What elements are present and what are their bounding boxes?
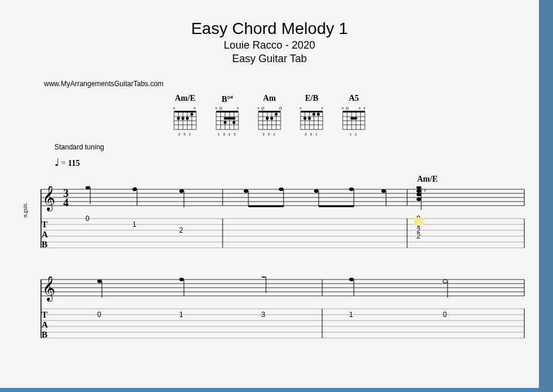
svg-text:×: ×	[237, 106, 239, 110]
svg-text:0: 0	[97, 311, 101, 319]
svg-point-115	[417, 189, 421, 193]
tuning-text: Standard tuning	[54, 143, 539, 151]
fretboard-icon: ××	[299, 106, 324, 132]
chord-name-label: E/B	[305, 94, 319, 104]
svg-point-16	[177, 117, 180, 120]
svg-text:×: ×	[173, 106, 175, 110]
source-url: www.MyArrangementsGuitarTabs.com	[44, 80, 539, 88]
svg-point-66	[308, 117, 311, 120]
fretboard-icon: ×	[257, 106, 282, 132]
svg-text:3: 3	[261, 311, 265, 319]
chord-name-label: Am	[263, 94, 276, 104]
svg-text:2: 2	[179, 226, 183, 234]
svg-point-14	[182, 117, 185, 120]
page-title: Easy Chord Melody 1	[0, 19, 539, 38]
svg-point-33	[233, 121, 235, 124]
chord-diagram: E/B ×× 2 3 1	[299, 94, 324, 136]
score-system: n.guit. Am/E 𝄞 3 4 1 2 3	[35, 186, 539, 259]
svg-text:B: B	[42, 330, 47, 339]
chord-label-am-e: Am/E	[417, 175, 438, 184]
svg-text:B: B	[42, 240, 47, 249]
svg-rect-31	[224, 117, 235, 120]
chord-name-label: A5	[349, 94, 359, 104]
svg-rect-37	[258, 111, 281, 113]
svg-text:A: A	[42, 230, 48, 239]
svg-text:1: 1	[349, 311, 353, 319]
svg-rect-2	[174, 111, 196, 113]
svg-text:4: 4	[63, 197, 69, 209]
svg-text:×: ×	[359, 106, 361, 110]
svg-point-101	[244, 189, 248, 193]
svg-point-103	[279, 188, 284, 191]
staff-and-tab: 𝄞 4 5 T	[35, 277, 527, 347]
chord-diagram: Am/E ×× 2 3 1	[173, 94, 197, 136]
chord-diagram: Am × 2 3 1	[257, 94, 282, 136]
svg-point-117	[417, 197, 421, 201]
svg-text:0: 0	[86, 214, 90, 223]
svg-text:1: 1	[132, 220, 136, 229]
staff-and-tab: 𝄞 3 4 1 2 3	[35, 186, 527, 257]
svg-text:×: ×	[299, 106, 302, 110]
svg-point-116	[417, 193, 421, 196]
svg-text:×: ×	[257, 106, 260, 110]
treble-clef-icon: 𝄞	[42, 186, 55, 212]
svg-point-49	[266, 117, 269, 120]
fretboard-icon: ××	[173, 106, 197, 132]
instrument-label: n.guit.	[22, 203, 28, 218]
svg-point-111	[381, 189, 386, 193]
svg-point-65	[303, 117, 306, 120]
svg-point-96	[132, 187, 137, 192]
svg-point-50	[270, 117, 273, 120]
chord-diagram-row: Am/E ×× 2 3 1 B°ø ××	[0, 94, 539, 136]
svg-text:T: T	[42, 220, 47, 229]
svg-text:×: ×	[363, 106, 366, 110]
tempo-bpm: 115	[68, 159, 80, 168]
svg-text:A: A	[42, 320, 48, 329]
svg-point-18	[220, 107, 222, 110]
svg-text:×: ×	[342, 106, 344, 110]
svg-point-152	[261, 277, 266, 278]
chord-diagram: B°ø ×× 1 3 1 3	[215, 94, 240, 136]
instrument-line: Easy Guitar Tab	[0, 53, 539, 65]
chord-name-label: B°ø	[221, 94, 233, 104]
chord-diagram: A5 ××× 1 1	[342, 94, 366, 136]
svg-rect-83	[350, 117, 357, 120]
finger-numbers: 2 3 1	[178, 132, 192, 136]
svg-point-106	[314, 189, 319, 193]
finger-numbers: 2 3 1	[262, 132, 276, 136]
score-system: 𝄞 4 5 T	[35, 277, 539, 349]
svg-point-155	[349, 278, 354, 281]
svg-text:×: ×	[321, 106, 323, 110]
svg-point-13	[190, 113, 193, 116]
treble-clef-icon: 𝄞	[42, 277, 55, 302]
svg-point-148	[97, 279, 102, 283]
window-bottom-bar	[0, 388, 539, 392]
svg-point-108	[349, 188, 354, 191]
fretboard-icon: ××	[215, 106, 240, 132]
svg-text:×: ×	[215, 106, 217, 110]
svg-point-69	[346, 107, 349, 110]
svg-rect-72	[343, 111, 365, 113]
svg-rect-53	[301, 111, 323, 113]
svg-point-15	[186, 117, 189, 120]
svg-text:1: 1	[179, 311, 183, 319]
svg-text:T: T	[42, 310, 47, 319]
tempo-marking: ♩ = 115	[54, 156, 539, 169]
svg-text:0: 0	[443, 311, 447, 319]
svg-text:×: ×	[193, 106, 196, 110]
svg-text:2: 2	[417, 232, 421, 240]
svg-point-157	[443, 279, 448, 283]
finger-numbers: 2 3 1	[305, 132, 318, 136]
svg-point-48	[275, 113, 278, 116]
fretboard-icon: ×××	[342, 106, 366, 132]
svg-point-114	[417, 186, 421, 189]
svg-point-36	[279, 107, 282, 110]
svg-point-64	[312, 113, 315, 116]
window-edge	[539, 0, 553, 392]
svg-rect-20	[216, 111, 238, 113]
quarter-note-icon: ♩	[54, 156, 59, 168]
finger-numbers: 1 1	[350, 132, 358, 136]
svg-point-67	[317, 113, 320, 116]
svg-point-35	[262, 107, 264, 110]
chord-name-label: Am/E	[175, 94, 196, 104]
